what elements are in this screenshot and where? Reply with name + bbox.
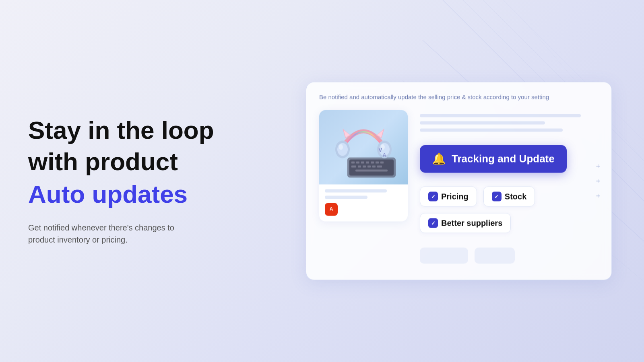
- ghost-pill-2: [475, 248, 515, 264]
- svg-rect-21: [377, 165, 382, 167]
- product-icon-row: A: [325, 203, 402, 216]
- subtitle: Get notified whenever there's changes to…: [28, 221, 250, 245]
- shop-icon: A: [325, 203, 338, 216]
- svg-point-31: [339, 144, 343, 150]
- svg-text:A: A: [383, 152, 386, 158]
- pricing-pill[interactable]: ✓ Pricing: [420, 187, 477, 207]
- svg-text:A: A: [330, 206, 333, 212]
- product-title-line: [325, 189, 387, 193]
- product-card: V A A: [319, 110, 408, 222]
- svg-point-29: [337, 143, 348, 156]
- plus-decorations: + + +: [596, 162, 600, 200]
- pills-row: ✓ Pricing ✓ Stock ✓ Better suppliers: [420, 187, 599, 233]
- card-body: V A A: [319, 110, 599, 264]
- card-subtitle: Be notified and automatically update the…: [319, 94, 599, 101]
- svg-rect-16: [351, 165, 356, 167]
- svg-rect-11: [361, 161, 364, 163]
- stock-label: Stock: [505, 192, 526, 201]
- bell-icon: 🔔: [432, 152, 446, 166]
- svg-rect-9: [351, 161, 355, 163]
- ghost-pills-row: [420, 248, 599, 264]
- ghost-pill-1: [420, 248, 468, 264]
- better-suppliers-label: Better suppliers: [441, 218, 502, 228]
- headline-accent: Auto updates: [28, 179, 250, 209]
- tracking-update-button[interactable]: 🔔 Tracking and Update: [420, 145, 567, 173]
- subtitle-line2: product inventory or pricing.: [28, 235, 128, 244]
- headphone-illustration: V A: [323, 113, 404, 181]
- placeholder-rows: [420, 114, 599, 134]
- left-content-area: Stay in the loop with product Auto updat…: [28, 117, 250, 246]
- svg-rect-12: [366, 161, 369, 163]
- svg-rect-10: [356, 161, 359, 163]
- pricing-label: Pricing: [441, 192, 469, 201]
- placeholder-row-3: [420, 129, 563, 132]
- svg-rect-20: [372, 165, 376, 167]
- product-info: A: [319, 185, 408, 222]
- main-ui-card: Be notified and automatically update the…: [306, 82, 612, 280]
- plus-sign-3: +: [596, 192, 600, 200]
- svg-rect-22: [355, 169, 388, 171]
- shop-icon-letter: A: [327, 204, 335, 214]
- svg-rect-19: [367, 165, 371, 167]
- card-right-section: 🔔 Tracking and Update ✓ Pricing ✓ Stock …: [420, 110, 599, 264]
- product-subtitle-line: [325, 196, 367, 199]
- placeholder-row-2: [420, 121, 545, 125]
- stock-check: ✓: [492, 192, 502, 202]
- headline-line1: Stay in the loop: [28, 117, 250, 144]
- placeholder-row-1: [420, 114, 581, 117]
- subtitle-line1: Get notified whenever there's changes to: [28, 223, 174, 232]
- pricing-check: ✓: [428, 192, 438, 202]
- plus-sign-1: +: [596, 162, 600, 171]
- svg-rect-13: [371, 161, 374, 163]
- svg-rect-14: [376, 161, 379, 163]
- headline-line2: with product: [28, 148, 250, 175]
- svg-rect-17: [358, 165, 361, 167]
- better-suppliers-check: ✓: [428, 218, 438, 228]
- plus-sign-2: +: [596, 177, 600, 185]
- svg-rect-15: [380, 161, 384, 163]
- stock-pill[interactable]: ✓ Stock: [483, 187, 535, 207]
- right-content-area: Be notified and automatically update the…: [306, 82, 612, 280]
- svg-rect-18: [363, 165, 366, 167]
- tracking-button-label: Tracking and Update: [452, 153, 555, 165]
- better-suppliers-pill[interactable]: ✓ Better suppliers: [420, 213, 511, 233]
- svg-text:V: V: [378, 146, 382, 153]
- product-image: V A: [319, 110, 408, 185]
